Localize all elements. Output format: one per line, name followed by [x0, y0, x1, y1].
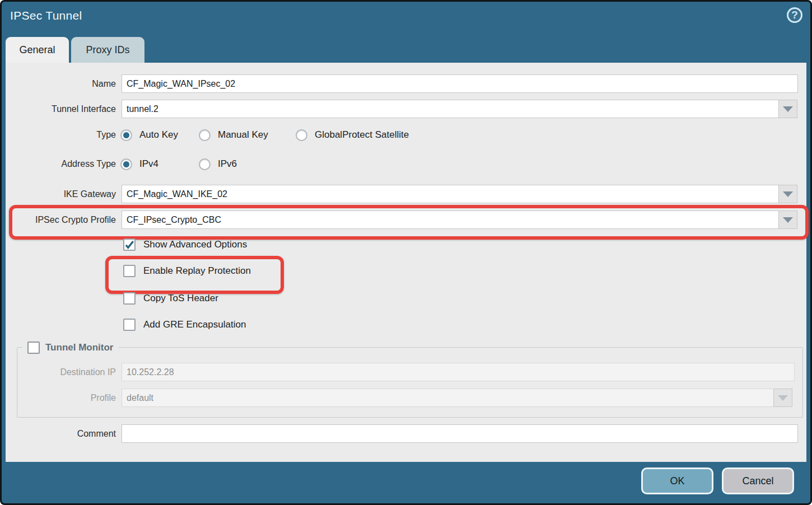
address-type-row: Address Type IPv4 IPv6 [6, 157, 806, 171]
checkbox-copy-tos-header[interactable]: Copy ToS Header [123, 292, 218, 305]
profile-label: Profile [6, 389, 116, 407]
tunnel-monitor-legend: Tunnel Monitor [22, 340, 119, 355]
checkbox-add-gre-encapsulation-label: Add GRE Encapsulation [143, 318, 246, 331]
ipsec-crypto-profile-input[interactable] [122, 211, 779, 229]
radio-ipv4[interactable]: IPv4 [120, 157, 158, 171]
checkbox-icon [123, 319, 136, 331]
radio-ipv4-label: IPv4 [139, 157, 158, 171]
help-icon[interactable]: ? [787, 7, 802, 23]
name-label: Name [6, 74, 116, 93]
chevron-down-icon [783, 217, 793, 223]
address-type-label: Address Type [6, 157, 116, 171]
radio-auto-key-label: Auto Key [139, 128, 178, 142]
radio-ipv6-label: IPv6 [218, 157, 237, 171]
tab-bar: General Proxy IDs [6, 37, 144, 63]
checkbox-icon [123, 292, 136, 305]
ipsec-crypto-profile-dropdown-button[interactable] [778, 211, 797, 229]
tunnel-interface-label: Tunnel Interface [6, 100, 116, 118]
cancel-button[interactable]: Cancel [722, 467, 794, 494]
type-label: Type [6, 128, 116, 142]
chevron-down-icon [783, 191, 793, 197]
tab-proxy-ids-label: Proxy IDs [86, 44, 129, 56]
radio-icon [120, 129, 132, 141]
profile-input [122, 389, 774, 407]
destination-ip-label: Destination IP [6, 363, 116, 381]
checkbox-show-advanced-options-label: Show Advanced Options [143, 238, 247, 251]
ok-button[interactable]: OK [641, 467, 713, 494]
tunnel-monitor-label: Tunnel Monitor [45, 342, 114, 353]
ike-gateway-label: IKE Gateway [6, 185, 116, 203]
tab-proxy-ids[interactable]: Proxy IDs [71, 37, 144, 63]
chevron-down-icon [778, 395, 788, 401]
ipsec-tunnel-dialog: IPSec Tunnel ? General Proxy IDs Name Tu… [0, 0, 812, 505]
ike-gateway-row: IKE Gateway [6, 185, 806, 203]
destination-ip-input [122, 363, 795, 381]
profile-row: Profile [6, 389, 806, 407]
radio-icon [296, 129, 307, 141]
checkbox-copy-tos-header-label: Copy ToS Header [143, 292, 218, 305]
chevron-down-icon [783, 106, 793, 112]
ike-gateway-dropdown-button[interactable] [778, 185, 797, 203]
radio-icon [199, 158, 211, 170]
ipsec-crypto-profile-row: IPSec Crypto Profile [6, 211, 806, 229]
radio-ipv6[interactable]: IPv6 [199, 157, 237, 171]
tab-general[interactable]: General [6, 37, 69, 63]
tab-general-label: General [19, 44, 55, 56]
checkbox-icon [123, 239, 136, 251]
checkbox-enable-replay-protection[interactable]: Enable Replay Protection [123, 264, 251, 278]
destination-ip-row: Destination IP [6, 363, 806, 381]
radio-icon [120, 158, 132, 170]
radio-globalprotect-satellite[interactable]: GlobalProtect Satellite [296, 128, 409, 142]
general-tab-panel: Name Tunnel Interface Type Auto Key Manu… [6, 63, 806, 462]
radio-manual-key[interactable]: Manual Key [199, 128, 268, 142]
comment-row: Comment [6, 424, 806, 443]
tunnel-interface-input[interactable] [122, 100, 779, 118]
type-row: Type Auto Key Manual Key GlobalProtect S… [6, 128, 806, 142]
checkbox-tunnel-monitor[interactable] [27, 342, 40, 354]
comment-input[interactable] [122, 424, 798, 443]
name-input[interactable] [122, 74, 798, 93]
checkmark-icon [124, 240, 134, 250]
checkbox-show-advanced-options[interactable]: Show Advanced Options [123, 238, 247, 251]
radio-manual-key-label: Manual Key [218, 128, 268, 142]
radio-icon [199, 129, 211, 141]
comment-label: Comment [6, 424, 116, 443]
checkbox-add-gre-encapsulation[interactable]: Add GRE Encapsulation [123, 318, 246, 331]
checkbox-enable-replay-protection-label: Enable Replay Protection [143, 264, 251, 278]
name-row: Name [6, 74, 806, 93]
dialog-title: IPSec Tunnel [10, 9, 82, 22]
help-glyph: ? [791, 9, 798, 21]
tunnel-interface-row: Tunnel Interface [6, 100, 806, 118]
tunnel-monitor-fieldset [17, 347, 803, 418]
ike-gateway-input[interactable] [122, 185, 779, 203]
ipsec-crypto-profile-label: IPSec Crypto Profile [6, 211, 116, 229]
checkbox-icon [123, 265, 136, 277]
radio-auto-key[interactable]: Auto Key [120, 128, 178, 142]
profile-dropdown-button [773, 389, 792, 407]
tunnel-interface-dropdown-button[interactable] [778, 100, 797, 118]
radio-globalprotect-satellite-label: GlobalProtect Satellite [315, 128, 409, 142]
